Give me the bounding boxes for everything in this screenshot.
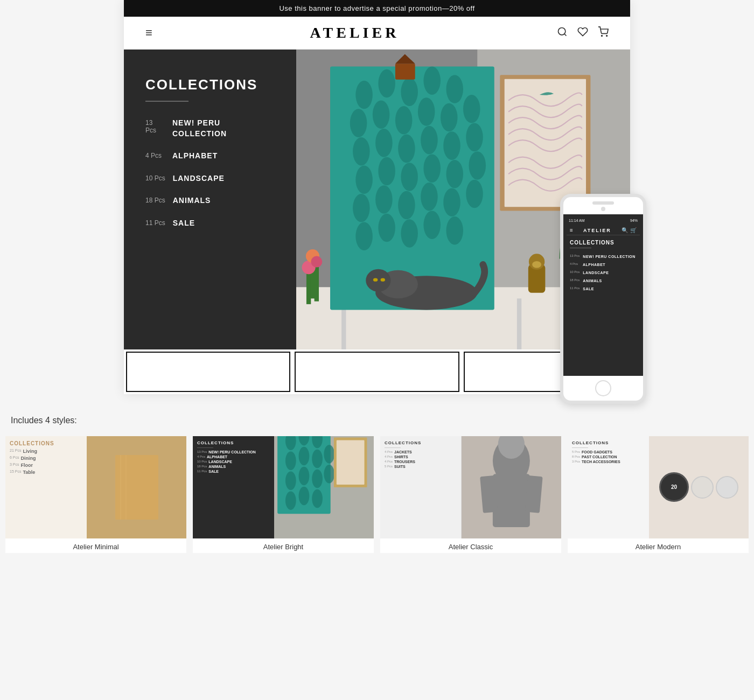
svg-point-3 (606, 35, 608, 36)
phone-screen: 11:14 AM 94% ≡ ATELIER 🔍 🛒 COLLECTIONS 1… (563, 214, 643, 376)
svg-point-22 (375, 129, 393, 157)
phone-item-name: LANDSCAPE (583, 270, 609, 275)
list-item[interactable]: 10 Pcs LANDSCAPE (145, 173, 275, 184)
svg-rect-61 (306, 270, 311, 304)
phone-header: ≡ ATELIER 🔍 🛒 (567, 226, 640, 235)
phone-search-icon[interactable]: 🔍 (622, 227, 628, 233)
svg-point-37 (443, 188, 460, 216)
style-thumb-bright[interactable]: COLLECTIONS 13 PcsNEW! PERU COLLECTION 4… (193, 436, 374, 553)
svg-point-41 (401, 219, 418, 248)
cart-icon[interactable] (598, 26, 609, 40)
top-banner: Use this banner to advertise a special p… (124, 0, 630, 17)
phone-logo: ATELIER (583, 228, 611, 233)
list-item[interactable]: 11 Pcs SALE (145, 218, 275, 229)
phone-hamburger-icon[interactable]: ≡ (570, 227, 573, 233)
hero-section: COLLECTIONS 13 Pcs NEW! PERU COLLECTION … (124, 50, 630, 349)
svg-point-57 (381, 278, 385, 282)
list-item[interactable]: 4 Pcs ALPHABET (145, 151, 275, 162)
svg-rect-47 (505, 79, 586, 207)
svg-point-20 (463, 95, 480, 123)
phone-item-name: SALE (583, 286, 594, 291)
svg-point-81 (312, 470, 323, 488)
svg-point-32 (469, 151, 486, 180)
style-thumb-modern[interactable]: COLLECTIONS 5 PcsFOOD GADGETS 8 PcsPAST … (568, 436, 749, 553)
svg-point-23 (398, 135, 415, 163)
svg-point-82 (324, 465, 335, 483)
svg-point-77 (312, 450, 323, 468)
svg-point-0 (558, 27, 566, 34)
style-thumb-minimal-preview: Collections 21 PcsLiving 6 PcsDining 3 P… (5, 436, 186, 538)
style-thumb-bright-preview: COLLECTIONS 13 PcsNEW! PERU COLLECTION 4… (193, 436, 374, 538)
phone-list-item[interactable]: 4 Pcs ALPHABET (567, 261, 640, 269)
phone-speaker (592, 201, 614, 205)
classic-collections-label: COLLECTIONS (385, 440, 457, 445)
banner-text: Use this banner to advertise a special p… (279, 4, 474, 12)
phone-item-name: ANIMALS (583, 278, 602, 283)
svg-point-34 (375, 185, 393, 214)
svg-point-56 (373, 278, 378, 282)
phone-list-item[interactable]: 10 Pcs LANDSCAPE (567, 269, 640, 277)
style-bright-label: Atelier Bright (193, 538, 374, 553)
svg-point-38 (466, 180, 483, 208)
collection-count: 11 Pcs (145, 218, 165, 227)
svg-point-76 (299, 447, 310, 465)
phone-camera (601, 207, 605, 211)
svg-point-18 (418, 97, 435, 126)
svg-rect-63 (315, 264, 319, 301)
phone-cart-icon[interactable]: 🛒 (630, 227, 637, 233)
svg-point-28 (378, 157, 395, 186)
minimal-collections-label: Collections (10, 440, 82, 446)
svg-point-66 (311, 256, 322, 268)
style-thumb-modern-preview: COLLECTIONS 5 PcsFOOD GADGETS 8 PcsPAST … (568, 436, 749, 538)
collection-name: SALE (173, 218, 195, 229)
svg-point-36 (421, 183, 438, 211)
collection-name: ANIMALS (173, 195, 211, 206)
phone-collections-divider (570, 248, 591, 248)
svg-point-26 (466, 123, 483, 152)
phone-count: 10 Pcs (570, 270, 580, 274)
svg-rect-87 (337, 440, 365, 485)
search-icon[interactable] (557, 26, 568, 40)
svg-rect-8 (517, 298, 521, 349)
list-item[interactable]: 13 Pcs NEW! PERU COLLECTION (145, 118, 275, 139)
collection-name: LANDSCAPE (173, 173, 225, 184)
collection-count: 4 Pcs (145, 151, 165, 159)
svg-point-42 (423, 211, 441, 239)
svg-point-21 (353, 137, 370, 166)
svg-point-10 (355, 81, 373, 109)
phone-item-name: NEW! PERU COLLECTION (583, 254, 636, 259)
styles-section: Includes 4 styles: Collections 21 PcsLiv… (0, 405, 754, 564)
list-item[interactable]: 18 Pcs ANIMALS (145, 195, 275, 206)
svg-point-85 (312, 489, 323, 508)
svg-point-78 (324, 445, 335, 463)
svg-point-84 (299, 487, 310, 505)
phone-list-item[interactable]: 13 Pcs NEW! PERU COLLECTION (567, 253, 640, 261)
styles-section-label: Includes 4 styles: (5, 416, 749, 425)
style-minimal-label: Atelier Minimal (5, 538, 186, 553)
phone-list-item[interactable]: 18 Pcs ANIMALS (567, 277, 640, 285)
svg-point-13 (423, 67, 441, 95)
bright-collections-label: COLLECTIONS (197, 440, 270, 445)
collections-divider (145, 101, 188, 102)
phone-time: 11:14 AM (569, 219, 585, 222)
thumbnail-2[interactable] (295, 352, 459, 392)
style-thumb-classic[interactable]: COLLECTIONS 4 PcsJACKETS 4 PcsSHIRTS 4 P… (380, 436, 561, 553)
collections-title: COLLECTIONS (145, 76, 275, 93)
wishlist-icon[interactable] (577, 26, 588, 40)
svg-point-83 (285, 491, 296, 509)
phone-status-bar: 11:14 AM 94% (567, 218, 640, 223)
style-thumb-classic-preview: COLLECTIONS 4 PcsJACKETS 4 PcsSHIRTS 4 P… (380, 436, 561, 538)
svg-point-16 (373, 101, 390, 129)
phone-home-button[interactable] (595, 380, 611, 396)
phone-collections-title: COLLECTIONS (567, 235, 640, 248)
thumbnail-1[interactable] (126, 352, 290, 392)
phone-list-item[interactable]: 11 Pcs SALE (567, 285, 640, 293)
svg-point-12 (401, 78, 418, 107)
svg-point-30 (423, 154, 441, 183)
style-thumb-minimal[interactable]: Collections 21 PcsLiving 6 PcsDining 3 P… (5, 436, 186, 553)
modern-collections-label: COLLECTIONS (572, 440, 645, 445)
hamburger-icon[interactable]: ≡ (145, 26, 152, 40)
phone-count: 4 Pcs (570, 262, 580, 265)
site-logo[interactable]: ATELIER (310, 24, 399, 41)
header-icons (557, 26, 609, 40)
